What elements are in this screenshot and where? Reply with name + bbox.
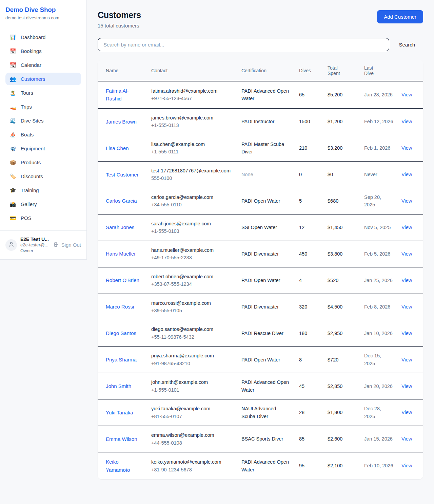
customer-name-link[interactable]: Sarah Jones <box>106 224 134 230</box>
user-role: Owner <box>20 248 49 254</box>
search-input[interactable] <box>98 38 389 51</box>
customer-certification: NAUI Advanced Scuba Diver <box>241 406 276 419</box>
customer-total-spent: $3,200 <box>328 145 342 151</box>
sidebar-item-customers[interactable]: 👥 Customers <box>5 73 81 85</box>
customer-name-link[interactable]: Carlos Garcia <box>106 198 137 204</box>
sidebar-item-equipment[interactable]: 🤿 Equipment <box>5 142 81 155</box>
sign-out-label: Sign Out <box>61 242 81 248</box>
customer-total-spent: $720 <box>328 357 338 362</box>
sidebar-item-bookings[interactable]: 📅 Bookings <box>5 45 81 57</box>
customer-phone: +91-98765-43210 <box>151 360 233 367</box>
customer-name-link[interactable]: Yuki Tanaka <box>106 410 133 415</box>
customer-last-dive: Nov 5, 2025 <box>364 225 391 230</box>
customer-phone: +49-170-555-2233 <box>151 254 233 261</box>
customer-name-link[interactable]: John Smith <box>106 383 131 389</box>
title-block: Customers 15 total customers <box>98 10 141 29</box>
sign-out-icon <box>53 242 59 248</box>
sidebar-item-dive-sites[interactable]: 🌊 Dive Sites <box>5 114 81 127</box>
sidebar-item-discounts[interactable]: 🏷️ Discounts <box>5 170 81 183</box>
add-customer-button[interactable]: Add Customer <box>377 10 423 23</box>
table-row: Emma Wilson emma.wilson@example.com +44-… <box>98 426 423 452</box>
sidebar-item-label: Training <box>21 187 39 193</box>
search-button[interactable]: Search <box>389 38 423 51</box>
customer-certification: PADI Master Scuba Diver <box>241 142 284 154</box>
shop-name[interactable]: Demo Dive Shop <box>5 6 81 14</box>
table-row: Priya Sharma priya.sharma@example.com +9… <box>98 347 423 373</box>
sidebar-item-trips[interactable]: 🚤 Trips <box>5 100 81 113</box>
view-link[interactable]: View <box>401 172 412 177</box>
training-icon: 🎓 <box>9 188 16 193</box>
view-link[interactable]: View <box>401 357 412 362</box>
customer-total-spent: $2,950 <box>328 331 342 336</box>
customer-name-link[interactable]: Marco Rossi <box>106 304 134 310</box>
view-link[interactable]: View <box>401 225 412 230</box>
sidebar-item-gallery[interactable]: 📸 Gallery <box>5 198 81 210</box>
sidebar-item-products[interactable]: 📦 Products <box>5 156 81 169</box>
view-link[interactable]: View <box>401 198 412 204</box>
customer-name-link[interactable]: Fatima Al-Rashid <box>106 88 129 101</box>
view-link[interactable]: View <box>401 92 412 97</box>
sidebar-item-dashboard[interactable]: 📊 Dashboard <box>5 31 81 43</box>
customer-dives: 180 <box>299 331 307 336</box>
discounts-icon: 🏷️ <box>9 174 16 179</box>
tours-icon: 🏝️ <box>9 90 16 95</box>
customer-name-link[interactable]: Robert O'Brien <box>106 277 139 283</box>
view-link[interactable]: View <box>401 251 412 257</box>
trips-icon: 🚤 <box>9 104 16 109</box>
sidebar-item-calendar[interactable]: 📆 Calendar <box>5 59 81 71</box>
column-header-contact: Contact <box>147 60 237 81</box>
customer-last-dive: Feb 5, 2026 <box>364 251 390 257</box>
view-link[interactable]: View <box>401 331 412 336</box>
customer-phone: 555-0100 <box>151 174 233 182</box>
view-link[interactable]: View <box>401 436 412 442</box>
customer-phone: +44-555-0108 <box>151 439 233 447</box>
sign-out-button[interactable]: Sign Out <box>53 242 81 248</box>
customer-name-link[interactable]: Lisa Chen <box>106 145 129 151</box>
customer-last-dive: Dec 15, 2025 <box>364 353 381 366</box>
customer-certification: PADI Open Water <box>241 357 280 362</box>
customer-name-link[interactable]: Priya Sharma <box>106 357 137 362</box>
customer-dives: 28 <box>299 410 304 415</box>
customer-email: fatima.alrashid@example.com <box>151 87 233 95</box>
customer-name-link[interactable]: James Brown <box>106 119 137 125</box>
sidebar-item-boats[interactable]: ⛵ Boats <box>5 128 81 141</box>
user-icon <box>8 241 14 248</box>
table-row: Yuki Tanaka yuki.tanaka@example.com +81-… <box>98 399 423 426</box>
customer-name-link[interactable]: Diego Santos <box>106 330 136 336</box>
sidebar-nav: 📊 Dashboard 📅 Bookings 📆 Calendar 👥 Cust… <box>0 26 86 230</box>
customer-last-dive: Sep 20, 2025 <box>364 194 381 207</box>
customer-email: james.brown@example.com <box>151 114 233 122</box>
sidebar-item-tours[interactable]: 🏝️ Tours <box>5 87 81 99</box>
table-row: Diego Santos diego.santos@example.com +5… <box>98 320 423 347</box>
customer-certification: PADI Advanced Open Water <box>241 379 289 392</box>
customer-phone: +353-87-555-1234 <box>151 280 233 288</box>
customer-certification: PADI Open Water <box>241 278 280 283</box>
customer-total-spent: $520 <box>328 278 338 283</box>
view-link[interactable]: View <box>401 384 412 389</box>
view-link[interactable]: View <box>401 304 412 310</box>
customer-email: keiko.yamamoto@example.com <box>151 458 233 466</box>
customer-last-dive: Jan 20, 2026 <box>364 384 393 389</box>
page-header: Customers 15 total customers Add Custome… <box>98 10 423 29</box>
customer-name-link[interactable]: Hans Mueller <box>106 251 136 257</box>
view-link[interactable]: View <box>401 278 412 283</box>
customer-name-link[interactable]: Keiko Yamamoto <box>106 459 130 472</box>
customer-total-spent: $3,800 <box>328 251 342 257</box>
customer-dives: 210 <box>299 145 307 151</box>
sidebar-item-training[interactable]: 🎓 Training <box>5 184 81 197</box>
sidebar-item-pos[interactable]: 💳 POS <box>5 212 81 224</box>
view-link[interactable]: View <box>401 410 412 415</box>
customer-phone: +81-90-1234-5678 <box>151 466 233 473</box>
customer-phone: +971-55-123-4567 <box>151 95 233 102</box>
equipment-icon: 🤿 <box>9 146 16 151</box>
sidebar-item-label: Boats <box>21 132 34 137</box>
customer-email: yuki.tanaka@example.com <box>151 405 233 412</box>
view-link[interactable]: View <box>401 145 412 151</box>
customer-email: marco.rossi@example.com <box>151 299 233 307</box>
customer-name-link[interactable]: Emma Wilson <box>106 436 137 442</box>
view-link[interactable]: View <box>401 463 412 468</box>
gallery-icon: 📸 <box>9 202 16 207</box>
view-link[interactable]: View <box>401 119 412 124</box>
customer-name-link[interactable]: Test Customer <box>106 172 139 178</box>
customer-dives: 85 <box>299 436 304 442</box>
